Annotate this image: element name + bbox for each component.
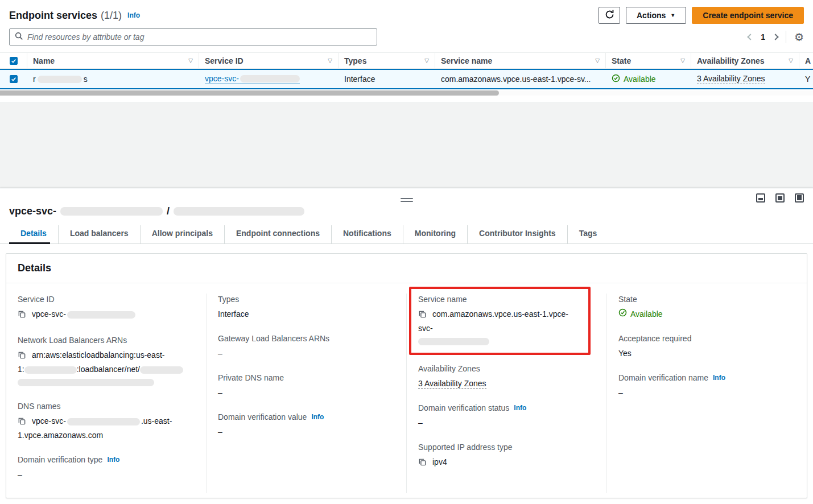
table-row[interactable]: r s vpce-svc- Interface com.amazonaws.vp… <box>0 69 813 89</box>
field-label: Service ID <box>18 294 195 305</box>
clipped-text: Y <box>805 75 810 84</box>
result-count: (1/1) <box>101 10 122 22</box>
column-header-types[interactable]: Types ▽ <box>339 53 435 68</box>
check-circle-icon <box>618 308 627 320</box>
service-name-value: com.amazonaws.vpce.us-east-1.vpce-svc- <box>418 309 568 333</box>
availability-zones-link[interactable]: 3 Availability Zones <box>418 379 486 389</box>
details-card-body: Service ID vpce-svc- Network Load Balanc… <box>6 283 807 498</box>
redacted-title-name <box>174 207 304 216</box>
cell-service-id: vpce-svc- <box>199 70 339 88</box>
panel-title-separator: / <box>167 205 170 217</box>
horizontal-scrollbar-thumb[interactable] <box>0 90 499 96</box>
copy-icon[interactable] <box>18 350 26 363</box>
endpoint-services-list-section: Endpoint services (1/1) Info Actions ▼ <box>0 0 813 103</box>
split-panel-drag-handle-icon[interactable] <box>398 196 415 204</box>
details-card-heading: Details <box>6 254 807 283</box>
redacted-name <box>38 76 82 83</box>
panel-size-small-icon[interactable] <box>756 193 765 203</box>
table-header-row: Name ▽ Service ID ▽ Types ▽ Service name… <box>0 53 813 69</box>
split-panel: vpce-svc- / Details Load balancers Allow… <box>0 188 813 504</box>
redacted-service-id <box>240 75 300 82</box>
copy-icon[interactable] <box>418 457 427 470</box>
refresh-button[interactable] <box>599 7 620 24</box>
create-endpoint-service-button[interactable]: Create endpoint service <box>692 7 804 24</box>
availability-zones-link[interactable]: 3 Availability Zones <box>697 74 765 84</box>
field-label: Supported IP address type <box>418 441 595 453</box>
field-service-name: Service name com.amazonaws.vpce.us-east-… <box>418 294 581 347</box>
ip-type-value: ipv4 <box>432 457 447 466</box>
field-label: Domain verification status <box>418 402 509 414</box>
actions-button[interactable]: Actions ▼ <box>626 7 686 24</box>
column-header-availability-zones[interactable]: Availability Zones ▽ <box>691 53 799 68</box>
settings-gear-icon[interactable]: ⚙ <box>794 32 804 43</box>
list-header: Endpoint services (1/1) Info Actions ▼ <box>0 0 813 26</box>
current-page[interactable]: 1 <box>761 32 765 42</box>
endpoint-services-table: Name ▽ Service ID ▽ Types ▽ Service name… <box>0 52 813 102</box>
tab-tags[interactable]: Tags <box>568 225 609 243</box>
redacted-service-name-tail <box>418 338 489 345</box>
tab-monitoring[interactable]: Monitoring <box>403 225 468 243</box>
tab-contributor-insights[interactable]: Contributor Insights <box>468 225 568 243</box>
search-input[interactable] <box>27 32 372 42</box>
dns-text: 1.vpce.amazonaws.com <box>18 431 103 440</box>
check-circle-icon <box>612 74 620 84</box>
field-label: Network Load Balancers ARNs <box>18 334 195 346</box>
column-header-name[interactable]: Name ▽ <box>27 53 199 68</box>
field-domain-verification-type: Domain verification type Info – <box>18 454 195 481</box>
search-box[interactable] <box>9 28 377 46</box>
service-id-value: vpce-svc- <box>32 309 66 319</box>
name-text: s <box>84 75 88 84</box>
tab-details[interactable]: Details <box>9 225 59 243</box>
arn-text: arn:aws:elasticloadbalancing:us-east- <box>32 350 164 360</box>
sort-icon: ▽ <box>676 57 685 64</box>
tab-allow-principals[interactable]: Allow principals <box>141 225 225 243</box>
column-label: Types <box>344 56 366 65</box>
select-all-checkbox[interactable] <box>10 57 18 65</box>
tab-load-balancers[interactable]: Load balancers <box>59 225 141 243</box>
row-checkbox[interactable] <box>10 75 18 83</box>
create-button-label: Create endpoint service <box>703 11 793 20</box>
panel-size-half-icon[interactable] <box>775 193 785 203</box>
details-card: Details Service ID vpce-svc- Network Loa… <box>6 253 807 498</box>
copy-icon[interactable] <box>418 309 427 322</box>
column-label: A <box>805 56 811 65</box>
field-supported-ip-type: Supported IP address type ipv4 <box>418 441 595 470</box>
column-header-service-id[interactable]: Service ID ▽ <box>199 53 339 68</box>
column-label: Availability Zones <box>697 56 765 65</box>
tab-notifications[interactable]: Notifications <box>332 225 403 243</box>
info-link[interactable]: Info <box>713 372 725 383</box>
field-value: – <box>218 347 395 360</box>
copy-icon[interactable] <box>18 309 26 322</box>
field-label: Domain verification value <box>218 411 307 423</box>
service-id-link[interactable]: vpce-svc- <box>205 74 300 84</box>
copy-icon[interactable] <box>18 416 26 429</box>
field-domain-verification-status: Domain verification status Info – <box>418 402 595 429</box>
header-info-link[interactable]: Info <box>127 11 140 19</box>
details-column-3: Service name com.amazonaws.vpce.us-east-… <box>407 294 607 493</box>
status-badge: Available <box>612 74 656 84</box>
field-label: DNS names <box>18 400 195 412</box>
field-acceptance-required: Acceptance required Yes <box>618 333 795 360</box>
select-all-checkbox-cell <box>0 53 27 68</box>
info-link[interactable]: Info <box>311 411 324 423</box>
page: Endpoint services (1/1) Info Actions ▼ <box>0 0 813 504</box>
column-header-clipped[interactable]: A <box>799 53 813 68</box>
redacted-title-id <box>60 207 163 216</box>
status-badge: Available <box>618 308 663 320</box>
cell-clipped: Y <box>799 70 813 88</box>
cell-service-name: com.amazonaws.vpce.us-east-1.vpce-sv... <box>435 70 606 88</box>
info-link[interactable]: Info <box>107 454 119 465</box>
info-link[interactable]: Info <box>514 402 526 414</box>
tab-bar: Details Load balancers Allow principals … <box>0 225 813 244</box>
field-domain-verification-value: Domain verification value Info – <box>218 411 395 438</box>
field-label: Types <box>218 294 395 305</box>
panel-size-full-icon[interactable] <box>795 193 804 203</box>
column-header-state[interactable]: State ▽ <box>606 53 691 68</box>
column-header-service-name[interactable]: Service name ▽ <box>435 53 606 68</box>
previous-page-icon[interactable] <box>747 34 753 40</box>
tab-endpoint-connections[interactable]: Endpoint connections <box>225 225 332 243</box>
divider <box>786 31 786 43</box>
column-label: State <box>612 56 631 65</box>
service-id-text: vpce-svc- <box>205 74 239 83</box>
next-page-icon[interactable] <box>772 34 778 40</box>
